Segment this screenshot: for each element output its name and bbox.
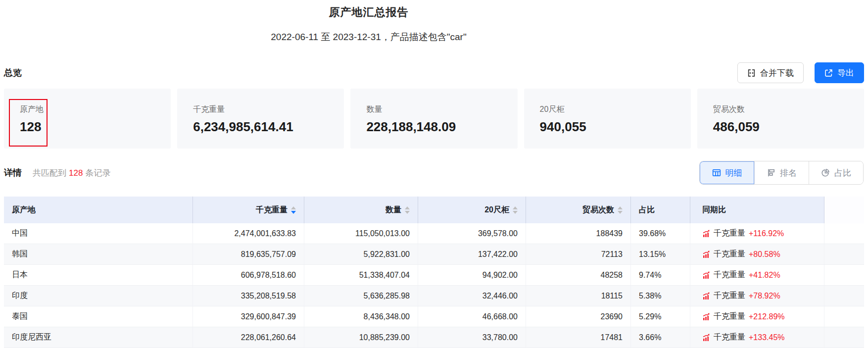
stat-card-label: 贸易次数 (713, 104, 848, 115)
view-switcher: 明细 排名 占比 (699, 161, 864, 185)
report-header: 原产地汇总报告 2022-06-11 至 2023-12-31，产品描述包含"c… (0, 5, 737, 44)
cell-trades: 18115 (526, 286, 631, 306)
col-header-share: 占比 (631, 197, 690, 223)
sort-carets-icon (291, 206, 296, 214)
cell-weight: 2,474,001,633.83 (193, 223, 304, 244)
sort-carets-icon (513, 206, 518, 214)
col-header-quantity[interactable]: 数量 (304, 197, 418, 223)
col-header-yoy: 同期比 (690, 197, 824, 223)
stat-card-value: 228,188,148.09 (366, 119, 501, 135)
sort-carets-icon (618, 206, 623, 214)
yoy-percent: +116.92% (749, 229, 784, 238)
cell-share: 5.38% (631, 286, 690, 306)
yoy-metric-label: 千克重量 (714, 311, 745, 322)
stat-card-label: 原产地 (20, 104, 155, 115)
page-title: 原产地汇总报告 (0, 5, 737, 20)
cell-weight: 228,061,260.64 (193, 327, 304, 348)
merge-download-button[interactable]: 合并下载 (737, 62, 804, 83)
cell-weight: 606,978,518.60 (193, 265, 304, 285)
trend-up-icon (702, 250, 710, 258)
cell-containers: 137,422.00 (418, 244, 526, 264)
cell-yoy: 千克重量 +78.92% (690, 286, 824, 306)
tab-detail[interactable]: 明细 (700, 161, 754, 184)
tab-ranking-label: 排名 (780, 167, 797, 179)
tab-proportion-label: 占比 (834, 167, 851, 179)
cell-quantity: 115,050,013.00 (304, 223, 418, 244)
match-prefix: 共匹配到 (33, 168, 66, 178)
cell-gutter (824, 327, 864, 348)
cell-containers: 32,446.00 (418, 286, 526, 306)
cell-gutter (824, 306, 864, 327)
col-header-weight[interactable]: 千克重量 (193, 197, 304, 223)
match-count: 128 (69, 168, 83, 178)
stat-card-value: 486,059 (713, 119, 848, 135)
yoy-percent: +80.58% (749, 250, 780, 259)
stat-card-trades: 贸易次数 486,059 (697, 89, 864, 149)
cell-quantity: 5,636,285.98 (304, 286, 418, 306)
trend-up-icon (702, 230, 710, 238)
origin-summary-report-page: 原产地汇总报告 2022-06-11 至 2023-12-31，产品描述包含"c… (0, 0, 868, 348)
pie-chart-icon (821, 168, 830, 177)
cell-weight: 819,635,757.09 (193, 244, 304, 264)
stat-card-weight: 千克重量 6,234,985,614.41 (177, 89, 344, 149)
table-header-row: 原产地 千克重量 数量 20尺柜 贸易次数 占比 同期比 (4, 197, 864, 223)
sort-carets-icon (405, 206, 410, 214)
tab-ranking[interactable]: 排名 (754, 161, 809, 184)
cell-origin: 印度尼西亚 (4, 327, 193, 348)
table-row: 印度 335,208,519.58 5,636,285.98 32,446.00… (4, 286, 864, 306)
table-row: 日本 606,978,518.60 51,338,407.04 94,902.0… (4, 265, 864, 286)
tab-detail-label: 明细 (725, 167, 742, 179)
cell-gutter (824, 223, 864, 244)
cell-yoy: 千克重量 +41.82% (690, 265, 824, 285)
export-icon (824, 69, 833, 77)
cell-trades: 17481 (526, 327, 631, 348)
cell-origin: 印度 (4, 286, 193, 306)
export-button[interactable]: 导出 (815, 62, 864, 83)
stat-card-quantity: 数量 228,188,148.09 (350, 89, 517, 149)
cell-origin: 日本 (4, 265, 193, 285)
cell-weight: 335,208,519.58 (193, 286, 304, 306)
stat-card-value: 6,234,985,614.41 (193, 119, 328, 135)
details-bar: 详情 共匹配到128条记录 明细 (4, 161, 864, 185)
merge-download-label: 合并下载 (760, 67, 794, 79)
cell-share: 13.15% (631, 244, 690, 264)
yoy-percent: +78.92% (749, 292, 780, 300)
cell-quantity: 10,885,239.00 (304, 327, 418, 348)
table-row: 泰国 329,600,847.39 8,436,348.00 46,668.00… (4, 306, 864, 327)
cell-gutter (824, 265, 864, 285)
cell-yoy: 千克重量 +80.58% (690, 244, 824, 264)
col-header-gutter (824, 197, 864, 223)
stat-card-label: 数量 (366, 104, 501, 115)
cell-origin: 韩国 (4, 244, 193, 264)
cell-containers: 369,578.00 (418, 223, 526, 244)
stat-card-value: 128 (20, 119, 155, 135)
col-header-trades[interactable]: 贸易次数 (526, 197, 631, 223)
col-header-label: 千克重量 (256, 205, 288, 215)
cell-origin: 泰国 (4, 306, 193, 327)
table-row: 印度尼西亚 228,061,260.64 10,885,239.00 33,78… (4, 327, 864, 348)
cell-share: 39.68% (631, 223, 690, 244)
tab-proportion[interactable]: 占比 (809, 161, 863, 184)
table-row: 中国 2,474,001,633.83 115,050,013.00 369,5… (4, 223, 864, 244)
match-summary: 共匹配到128条记录 (33, 167, 110, 179)
stat-card-containers: 20尺柜 940,055 (524, 89, 691, 149)
trend-up-icon (702, 313, 710, 321)
col-header-label: 贸易次数 (582, 205, 614, 215)
yoy-percent: +41.82% (749, 271, 780, 280)
cell-gutter (824, 286, 864, 306)
col-header-label: 数量 (386, 205, 401, 215)
cell-containers: 46,668.00 (418, 306, 526, 327)
cell-share: 5.29% (631, 306, 690, 327)
cell-yoy: 千克重量 +212.89% (690, 306, 824, 327)
cell-trades: 72113 (526, 244, 631, 264)
overview-bar: 总览 合并下载 (4, 59, 864, 86)
cell-origin: 中国 (4, 223, 193, 244)
col-header-containers[interactable]: 20尺柜 (418, 197, 526, 223)
cell-quantity: 8,436,348.00 (304, 306, 418, 327)
yoy-percent: +133.45% (749, 333, 785, 342)
yoy-metric-label: 千克重量 (714, 228, 745, 239)
stat-card-label: 20尺柜 (540, 104, 675, 115)
cell-gutter (824, 244, 864, 264)
cell-containers: 94,902.00 (418, 265, 526, 285)
table-icon (712, 168, 721, 177)
